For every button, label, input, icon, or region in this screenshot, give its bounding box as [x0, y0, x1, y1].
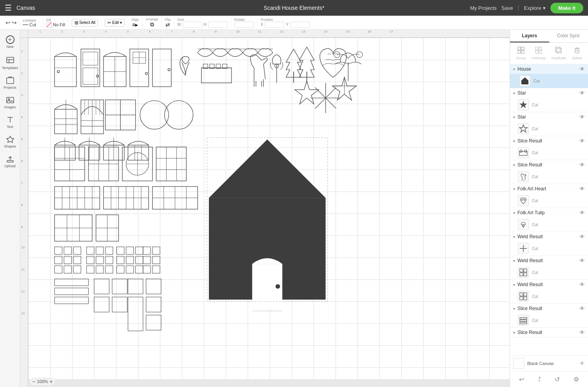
layer-item-star1[interactable]: Cut	[510, 98, 588, 112]
layer-item-weld3[interactable]: Cut	[510, 289, 588, 303]
canvas-element-tulip[interactable]	[270, 55, 283, 83]
canvas-element-tree2[interactable]	[299, 47, 314, 83]
layer-item-slice2[interactable]: Cut	[510, 170, 588, 184]
pos-x-input[interactable]	[265, 22, 284, 28]
layer-item-weld1[interactable]: Cut	[510, 241, 588, 256]
canvas-element-star1[interactable]	[295, 81, 319, 104]
zoom-out-button[interactable]: −	[32, 378, 35, 385]
layer-item-weld2[interactable]: Cut	[510, 265, 588, 279]
canvas-element-window-pair3[interactable]	[152, 186, 198, 209]
layer-header-slice4[interactable]: ▾ Slice Result 👁	[510, 328, 588, 337]
canvas-element-garland[interactable]	[198, 49, 273, 57]
align-button[interactable]: ≡▸	[132, 22, 138, 28]
eye-icon-house[interactable]: 👁	[579, 66, 585, 72]
panel-undo-button[interactable]: ↩	[517, 374, 526, 385]
canvas-element-bars2[interactable]	[94, 279, 127, 312]
eye-icon-weld1[interactable]: 👁	[579, 234, 585, 240]
canvas-element-bars3[interactable]	[128, 279, 161, 331]
panel-info-button[interactable]: ⚙	[572, 374, 581, 385]
eye-icon-star1[interactable]: 👁	[579, 90, 585, 96]
canvas-element-arch2[interactable]	[79, 137, 100, 160]
fill-value[interactable]: No Fill	[53, 22, 65, 27]
canvas-element-tree1[interactable]	[286, 49, 301, 83]
layer-item-folk-tulip[interactable]: Cut	[510, 217, 588, 232]
canvas-grid[interactable]	[28, 38, 510, 379]
explore-button[interactable]: Explore ▾	[524, 5, 546, 11]
linetype-value[interactable]: Cut	[29, 22, 36, 27]
sidebar-item-templates[interactable]: Templates	[1, 54, 19, 72]
canvas-element-door3[interactable]	[130, 49, 149, 87]
canvas-element-bars1[interactable]	[54, 279, 88, 304]
eye-icon-weld3[interactable]: 👁	[579, 281, 585, 288]
canvas-area[interactable]: 1 2 3 4 5 6 7 8 9 10 11 12 13 14 15 16 1…	[20, 30, 510, 387]
canvas-element-window-tall1[interactable]	[54, 215, 92, 241]
eye-icon-star2[interactable]: 👁	[579, 114, 585, 120]
zoom-in-button[interactable]: +	[49, 378, 53, 385]
layer-header-weld2[interactable]: ▾ Weld Result 👁	[510, 256, 588, 265]
eye-icon-folk-tulip[interactable]: 👁	[579, 210, 585, 216]
save-button[interactable]: Save	[501, 5, 513, 11]
pos-y-input[interactable]	[290, 22, 310, 28]
canvas-element-small-grid4[interactable]	[143, 247, 160, 273]
layer-item-slice1[interactable]: Cut	[510, 146, 588, 160]
panel-share-button[interactable]: ⤴	[536, 374, 543, 385]
canvas-element-star2[interactable]	[310, 83, 341, 113]
sidebar-item-upload[interactable]: Upload	[1, 152, 19, 170]
eye-icon-slice3[interactable]: 👁	[579, 305, 585, 312]
arrange-button[interactable]: ⧉	[150, 21, 154, 28]
layer-header-folk-heart[interactable]: ▾ Folk Art Heart 👁	[510, 184, 588, 194]
layer-header-slice3[interactable]: ▾ Slice Result 👁	[510, 304, 588, 313]
duplicate-button[interactable]: Duplicate	[549, 45, 569, 62]
canvas-element-window-4pane[interactable]	[54, 147, 85, 181]
make-it-button[interactable]: Make It	[550, 3, 583, 13]
sidebar-item-shapes[interactable]: Shapes	[1, 133, 19, 151]
blank-canvas-eye[interactable]: 👁	[579, 360, 585, 367]
canvas-element-fence[interactable]	[201, 64, 232, 83]
canvas-element-window-sun[interactable]	[81, 100, 103, 133]
canvas-element-window-pair2[interactable]	[103, 186, 149, 209]
canvas-element-star3[interactable]	[332, 77, 356, 100]
canvas-element-window-small-panes[interactable]	[156, 147, 186, 181]
canvas-element-small-grid2[interactable]	[87, 247, 113, 273]
canvas-element-window-round[interactable]	[122, 147, 152, 181]
canvas-element-arch1[interactable]	[54, 137, 75, 160]
canvas-element-window-pair1[interactable]	[54, 186, 100, 209]
layer-header-star1[interactable]: ▾ Star 👁	[510, 88, 588, 98]
sidebar-item-new[interactable]: + New	[1, 33, 19, 51]
canvas-element-plant[interactable]	[334, 52, 363, 81]
canvas-element-door2[interactable]	[81, 49, 100, 87]
eye-icon-slice4[interactable]: 👁	[579, 329, 585, 336]
tab-layers[interactable]: Layers	[510, 30, 549, 42]
delete-button[interactable]: Delete	[570, 45, 584, 62]
eye-icon-weld2[interactable]: 👁	[579, 257, 585, 264]
canvas-element-folk-heart[interactable]	[320, 49, 347, 77]
group-button[interactable]: Group	[514, 45, 528, 62]
layer-item-folk-heart[interactable]: Cut	[510, 194, 588, 208]
sidebar-item-images[interactable]: Images	[1, 93, 19, 111]
size-h-input[interactable]	[208, 22, 228, 28]
redo-button[interactable]: ↪	[12, 19, 17, 26]
layer-header-weld3[interactable]: ▾ Weld Result 👁	[510, 280, 588, 289]
sidebar-item-text[interactable]: Text	[1, 113, 19, 131]
sidebar-item-projects[interactable]: Projects	[1, 74, 19, 92]
layer-header-slice1[interactable]: ▾ Slice Result 👁	[510, 136, 588, 146]
rotate-input[interactable]	[234, 22, 254, 28]
layer-header-star2[interactable]: ▾ Star 👁	[510, 112, 588, 122]
canvas-element-horse[interactable]	[250, 55, 267, 87]
edit-button[interactable]: ✂ Edit ▾	[105, 19, 124, 27]
canvas-element-window1[interactable]	[103, 52, 126, 86]
layer-item-slice3[interactable]: Cut	[510, 313, 588, 327]
layer-item-house[interactable]: Cut	[510, 74, 588, 88]
layer-header-slice2[interactable]: ▾ Slice Result 👁	[510, 160, 588, 170]
canvas-element-arch3[interactable]	[103, 137, 124, 160]
layer-item-star2[interactable]: Cut	[510, 122, 588, 136]
layer-header-folk-tulip[interactable]: ▾ Folk Art Tulip 👁	[510, 208, 588, 217]
undo-button[interactable]: ↩	[5, 19, 11, 26]
canvas-element-arch4[interactable]	[128, 141, 149, 160]
layer-header-house[interactable]: ▾ House 👁	[510, 64, 588, 74]
tab-color-sync[interactable]: Color Sync	[549, 30, 588, 42]
select-all-button[interactable]: ⊞ Select All	[72, 19, 98, 27]
canvas-element-window-tall2[interactable]	[96, 215, 119, 241]
menu-icon[interactable]: ☰	[5, 3, 12, 13]
canvas-element-big-house[interactable]	[207, 137, 327, 311]
